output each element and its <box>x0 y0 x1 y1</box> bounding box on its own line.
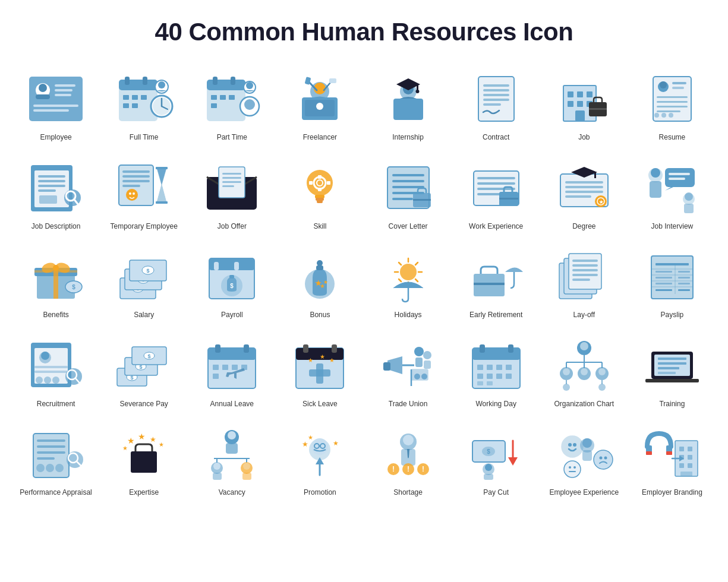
svg-rect-181 <box>316 265 323 270</box>
svg-rect-63 <box>568 101 573 107</box>
svg-rect-388 <box>680 472 692 476</box>
svg-point-368 <box>562 436 583 457</box>
svg-rect-373 <box>582 450 592 461</box>
svg-rect-222 <box>678 289 690 291</box>
svg-point-300 <box>563 384 570 391</box>
icon-bonus: ★ ★ ★ Bonus <box>278 242 363 325</box>
svg-rect-114 <box>318 175 322 179</box>
svg-text:!: ! <box>422 465 424 473</box>
svg-point-372 <box>582 438 592 448</box>
svg-text:$: $ <box>72 284 75 290</box>
svg-text:★: ★ <box>323 279 328 285</box>
svg-rect-149 <box>669 173 690 175</box>
svg-rect-121 <box>392 180 424 182</box>
svg-rect-3 <box>36 94 50 99</box>
svg-rect-29 <box>220 95 226 100</box>
svg-rect-153 <box>684 204 694 213</box>
svg-rect-95 <box>122 180 150 182</box>
svg-rect-44 <box>329 78 336 83</box>
svg-rect-277 <box>487 365 493 370</box>
svg-rect-73 <box>672 87 684 89</box>
svg-rect-116 <box>327 181 330 185</box>
svg-point-376 <box>604 456 607 459</box>
icon-degree: ★ Degree <box>541 153 626 236</box>
svg-rect-75 <box>657 101 688 103</box>
icon-vacancy: Vacancy <box>190 419 275 502</box>
svg-rect-84 <box>38 180 65 182</box>
svg-point-292 <box>563 368 570 375</box>
svg-rect-367 <box>484 474 493 480</box>
svg-rect-17 <box>132 103 138 108</box>
svg-rect-56 <box>483 99 509 101</box>
svg-point-317 <box>46 464 54 472</box>
svg-rect-130 <box>477 188 515 190</box>
svg-point-40 <box>316 103 323 110</box>
svg-point-271 <box>421 374 427 379</box>
svg-rect-77 <box>657 110 680 112</box>
svg-rect-383 <box>688 447 692 451</box>
svg-point-366 <box>485 464 492 471</box>
svg-point-266 <box>423 351 431 359</box>
svg-line-193 <box>415 262 418 265</box>
svg-point-375 <box>599 456 602 459</box>
svg-rect-138 <box>565 195 591 198</box>
svg-rect-64 <box>577 101 583 107</box>
svg-rect-128 <box>477 177 515 179</box>
svg-rect-217 <box>655 277 672 279</box>
svg-rect-28 <box>211 95 217 100</box>
svg-point-335 <box>213 463 220 470</box>
icon-annual-leave: Annual Leave <box>190 331 275 414</box>
svg-rect-60 <box>568 91 573 97</box>
svg-rect-391 <box>646 451 652 455</box>
svg-text:★: ★ <box>308 357 313 363</box>
svg-rect-105 <box>222 177 241 179</box>
svg-text:★: ★ <box>320 353 325 360</box>
svg-point-369 <box>568 443 572 447</box>
svg-rect-307 <box>658 362 686 365</box>
svg-rect-284 <box>477 381 483 385</box>
svg-rect-74 <box>657 96 688 98</box>
svg-rect-76 <box>657 106 688 107</box>
svg-rect-140 <box>594 172 596 178</box>
svg-point-35 <box>246 82 253 89</box>
svg-rect-7 <box>33 105 78 107</box>
icon-full-time: Full Time <box>102 64 187 147</box>
svg-rect-117 <box>309 181 313 185</box>
svg-point-234 <box>52 377 59 384</box>
svg-rect-336 <box>213 473 222 480</box>
svg-rect-313 <box>37 445 65 448</box>
svg-rect-275 <box>508 344 513 353</box>
svg-point-377 <box>564 461 581 477</box>
icons-grid: Employee Full Time <box>14 64 715 502</box>
icon-training: Training <box>629 331 714 414</box>
svg-rect-124 <box>392 198 413 200</box>
svg-text:★: ★ <box>122 445 128 451</box>
svg-point-264 <box>414 347 424 356</box>
svg-point-80 <box>669 113 673 118</box>
icon-recruitment: Recruitment <box>14 331 99 414</box>
svg-text:$: $ <box>487 448 490 455</box>
svg-point-374 <box>594 450 613 469</box>
svg-rect-197 <box>474 283 505 285</box>
svg-rect-126 <box>413 199 431 201</box>
icon-working-day: Working Day <box>453 331 538 414</box>
icon-performance-appraisal: Performance Appraisal <box>14 419 99 502</box>
svg-text:★: ★ <box>308 434 313 441</box>
icon-cover-letter: Cover Letter <box>365 153 450 236</box>
svg-rect-111 <box>317 200 323 203</box>
svg-text:★: ★ <box>138 432 146 441</box>
svg-rect-205 <box>572 274 598 276</box>
svg-rect-53 <box>483 84 509 87</box>
svg-rect-14 <box>132 95 138 100</box>
svg-point-145 <box>651 168 660 178</box>
svg-rect-279 <box>506 365 512 370</box>
icon-pay-cut: $ Pay Cut <box>453 419 538 502</box>
svg-rect-202 <box>572 260 598 262</box>
icon-job: Job <box>541 64 626 147</box>
svg-rect-385 <box>688 455 692 460</box>
svg-rect-309 <box>658 372 676 374</box>
svg-line-194 <box>399 279 401 281</box>
svg-rect-305 <box>645 379 699 382</box>
svg-text:★: ★ <box>302 440 308 448</box>
icon-lay-off: Lay-off <box>541 242 626 325</box>
